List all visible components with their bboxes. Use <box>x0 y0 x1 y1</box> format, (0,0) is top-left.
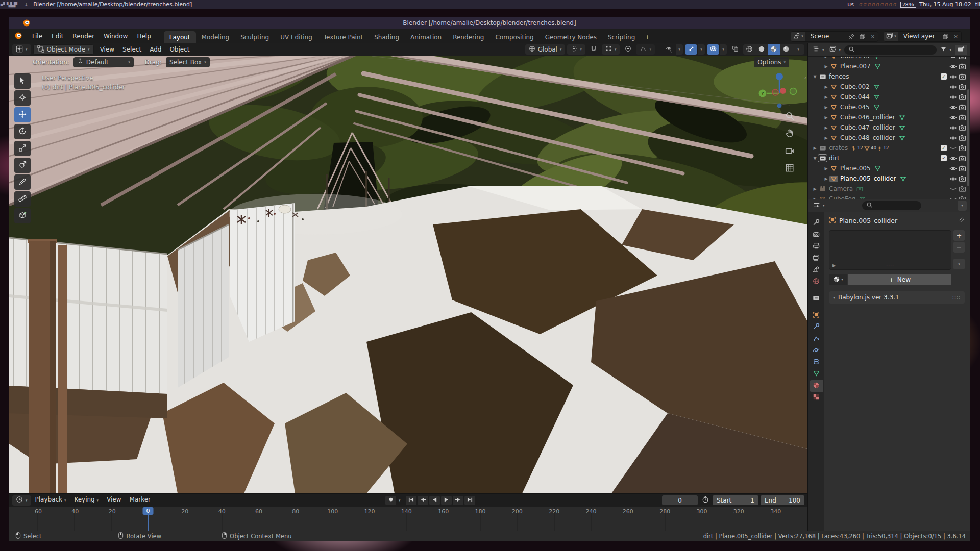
eye-open-icon[interactable] <box>948 57 958 60</box>
eye-closed-icon[interactable] <box>948 185 958 193</box>
object-name[interactable]: fences <box>829 73 849 80</box>
properties-tab-view-layer[interactable] <box>810 253 823 264</box>
outliner-scrollbar[interactable] <box>967 89 969 186</box>
timeline-editor-type-button[interactable]: ▾ <box>12 495 31 506</box>
workspace-tab-compositing[interactable]: Compositing <box>489 31 539 43</box>
render-visibility-icon[interactable] <box>958 185 967 193</box>
workspace-tab-rendering[interactable]: Rendering <box>447 31 489 43</box>
object-name[interactable]: Cube.002 <box>840 83 870 90</box>
material-slot-list[interactable]: ▶ :::: <box>829 230 951 270</box>
render-visibility-icon[interactable] <box>958 144 967 152</box>
eye-open-icon[interactable] <box>948 124 958 132</box>
disclosure-arrow-icon[interactable]: ▼ <box>812 156 818 161</box>
outliner-row-crates[interactable]: ▶crates124012✓ <box>808 143 970 153</box>
tray-app-icon[interactable]: σ <box>880 2 884 7</box>
drag-dropdown[interactable]: Select Box▾ <box>166 57 210 67</box>
render-visibility-icon[interactable] <box>958 175 967 183</box>
jump-to-end-button[interactable] <box>464 496 475 505</box>
end-frame-field[interactable]: End100 <box>761 495 804 505</box>
object-name[interactable]: Cube.048_collider <box>840 134 895 141</box>
workspace-tags[interactable]: ▪▘▚▙▛ <box>0 1 17 8</box>
outliner-editor-type-button[interactable]: ▾ <box>811 45 826 55</box>
object-name[interactable]: Plane.007 <box>840 63 871 70</box>
outliner-search-input[interactable] <box>844 45 937 55</box>
properties-tab-material[interactable] <box>810 380 823 392</box>
object-name[interactable]: Cube.047_collider <box>840 124 895 131</box>
tray-app-icon[interactable]: σ <box>893 2 896 7</box>
disclosure-arrow-icon[interactable]: ▶ <box>823 85 829 89</box>
render-visibility-icon[interactable] <box>958 134 967 142</box>
workspace-tag[interactable]: ▙ <box>10 2 14 7</box>
timeline-menu-view[interactable]: View <box>103 496 125 503</box>
disclosure-arrow-icon[interactable]: ▶ <box>823 64 829 69</box>
pivot-point-dropdown[interactable]: ▾ <box>567 44 585 55</box>
tool-rotate-button[interactable] <box>14 124 31 139</box>
tray-app-icon[interactable]: σ <box>889 2 892 7</box>
disclosure-arrow-icon[interactable]: ▶ <box>823 95 829 99</box>
render-visibility-icon[interactable] <box>958 57 967 60</box>
tray-app-icon[interactable]: σ <box>872 2 875 7</box>
outliner-row-cube.045[interactable]: ▶Cube.045 <box>808 102 970 112</box>
outliner-row-cube.047_collider[interactable]: ▶Cube.047_collider <box>808 122 970 133</box>
workspace-tab-scripting[interactable]: Scripting <box>602 31 641 43</box>
object-name[interactable]: Cube.043 <box>840 57 870 60</box>
new-scene-button[interactable] <box>857 33 868 40</box>
wm-layout-icon[interactable]: ↓ <box>24 2 29 7</box>
disclosure-arrow-icon[interactable]: ▶ <box>823 115 829 120</box>
viewport-menu-view[interactable]: View <box>96 46 118 53</box>
shading-wireframe-button[interactable] <box>743 44 755 55</box>
orientation-dropdown[interactable]: Default ▾ <box>74 57 134 67</box>
properties-tab-texture[interactable] <box>810 392 823 404</box>
scene-name[interactable]: Scene <box>805 33 846 40</box>
eye-closed-icon[interactable] <box>948 144 958 152</box>
workspace-tag[interactable]: ▚ <box>7 2 10 7</box>
eye-open-icon[interactable] <box>948 134 958 142</box>
collection-checkbox[interactable]: ✓ <box>941 145 947 151</box>
proportional-editing-toggle[interactable] <box>622 44 634 55</box>
menu-render[interactable]: Render <box>68 33 99 40</box>
properties-editor-type-button[interactable]: ▾ <box>812 201 826 211</box>
unlink-scene-button[interactable]: × <box>868 34 878 39</box>
play-button[interactable] <box>441 496 452 505</box>
snapping-dropdown[interactable]: ▾ <box>602 44 620 55</box>
outliner-row-cubefog[interactable]: ▶CubeFog <box>808 194 970 199</box>
viewport-menu-select[interactable]: Select <box>118 46 145 53</box>
disclosure-arrow-icon[interactable]: ▶ <box>823 57 829 59</box>
add-material-slot-button[interactable]: + <box>953 230 965 241</box>
object-name[interactable]: Camera <box>829 185 853 192</box>
options-dropdown[interactable]: Options▾ <box>754 57 789 67</box>
properties-tab-physics[interactable] <box>810 345 823 357</box>
current-frame-field[interactable]: 0 <box>662 495 698 505</box>
properties-tab-tool[interactable] <box>810 217 823 229</box>
menu-help[interactable]: Help <box>132 33 155 40</box>
add-workspace-button[interactable]: + <box>641 31 654 43</box>
xray-toggle[interactable] <box>729 44 741 55</box>
snap-toggle[interactable] <box>587 44 600 55</box>
workspace-tab-animation[interactable]: Animation <box>405 31 447 43</box>
menu-file[interactable]: File <box>28 33 47 40</box>
properties-tab-output[interactable] <box>810 241 823 253</box>
shading-dropdown[interactable]: ▾ <box>792 44 804 55</box>
properties-tab-object-data[interactable] <box>810 368 823 380</box>
start-frame-field[interactable]: Start1 <box>713 495 758 505</box>
tool-scale-button[interactable] <box>14 141 31 156</box>
tray-app-icon[interactable]: σ <box>859 2 862 7</box>
workspace-tag[interactable]: ▘ <box>3 2 7 7</box>
show-overlays-toggle[interactable] <box>707 44 719 55</box>
eye-open-icon[interactable] <box>948 73 958 81</box>
timeline-menu-marker[interactable]: Marker <box>126 496 155 503</box>
disclosure-arrow-icon[interactable]: ▶ <box>823 136 829 140</box>
object-name[interactable]: Cube.046_collider <box>840 114 895 121</box>
properties-tab-collection[interactable] <box>810 293 823 305</box>
disclosure-arrow-icon[interactable]: ▶ <box>812 146 818 151</box>
tray-app-icon[interactable]: σ <box>885 2 888 7</box>
addon-panel-header[interactable]: ▾ Babylon.js ver 3.3.1 :::: <box>829 291 965 304</box>
remove-view-layer-button[interactable]: × <box>951 34 961 39</box>
timeline-menu-keying[interactable]: Keying ▾ <box>70 496 103 503</box>
menu-window[interactable]: Window <box>99 33 132 40</box>
tool-move-button[interactable] <box>14 107 31 122</box>
render-visibility-icon[interactable] <box>958 165 967 172</box>
outliner-filter-dropdown[interactable]: ▾ <box>939 45 953 55</box>
object-name[interactable]: crates <box>829 144 848 152</box>
render-visibility-icon[interactable] <box>958 114 967 121</box>
